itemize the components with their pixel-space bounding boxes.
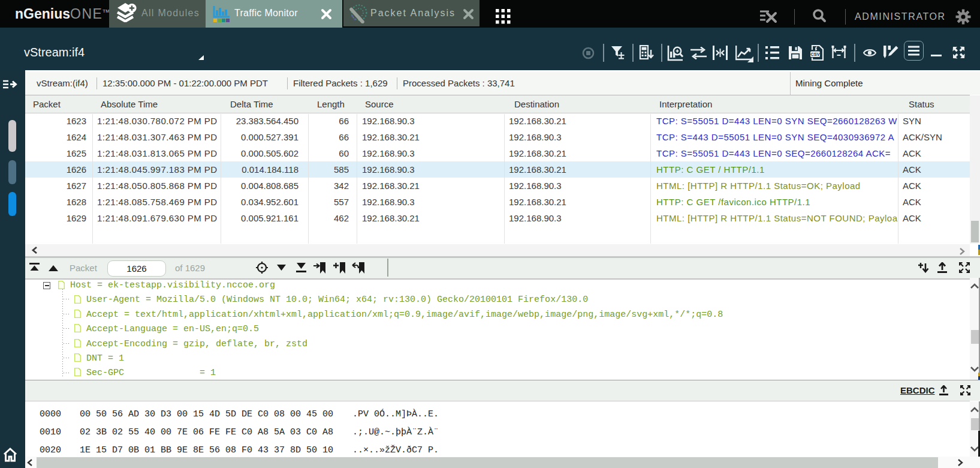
- svg-text:CSV: CSV: [810, 52, 819, 57]
